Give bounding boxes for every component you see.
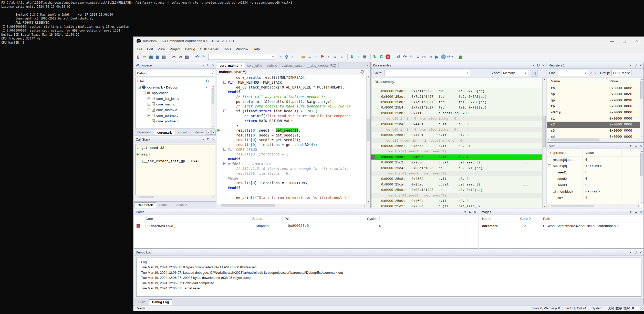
- files-scrollbar[interactable]: ▲ ▼: [211, 85, 215, 129]
- panel-close-icon[interactable]: ✕: [212, 138, 214, 141]
- search-icon[interactable]: ⚲: [283, 54, 290, 60]
- search-forward-icon[interactable]: ›: [290, 54, 296, 60]
- disassembly-instruction[interactable]: 0x8000'25b4:0x7a81'3c27fsdfs0, 0x7B8(sp): [371, 105, 543, 110]
- disassembly-instruction[interactable]: 0x8000'25ba:0x4401c.lis0, 0: [371, 121, 543, 127]
- open-file-icon[interactable]: ▭: [141, 54, 148, 60]
- message-tab-debug-log[interactable]: Debug Log: [149, 299, 172, 305]
- menu-help[interactable]: Help: [250, 46, 262, 52]
- core-row[interactable]: 0: RV32IMAFDC(0) Stopped 0x800025c0 4: [134, 222, 478, 229]
- panel-menu-icon[interactable]: ▼: [532, 64, 535, 67]
- find-next-icon[interactable]: ›: [593, 71, 597, 75]
- call-stack-frame[interactable]: ↴get_seed_32: [136, 144, 215, 151]
- panel-pin-icon[interactable]: [469, 211, 471, 214]
- close-button[interactable]: ✕: [635, 39, 638, 43]
- editor-tab-stubs-c[interactable]: stubs.c: [264, 63, 279, 68]
- panel-menu-icon[interactable]: ▼: [629, 251, 632, 254]
- register-row-s0-fp[interactable]: s0/fp0x0000'0000: [547, 110, 640, 116]
- step-into-icon[interactable]: ↳: [414, 54, 421, 60]
- disassembly-instruction[interactable]: 0x8000'25b0:0x7a91'3827fsdfs1, 0x7B0(sp): [371, 100, 543, 105]
- expander-icon[interactable]: +: [148, 103, 150, 106]
- stack-tab-call-stack[interactable]: Call Stack: [134, 202, 156, 208]
- disassembly-listing[interactable]: 0x8000'25a8:0x7e11'2623swra, 0x7EC(sp)0x…: [371, 89, 543, 208]
- auto-row-seed3[interactable]: seed30: [547, 182, 640, 188]
- maximize-button[interactable]: ▢: [622, 39, 626, 43]
- minimize-button[interactable]: —: [610, 39, 614, 43]
- registers-vscrollbar[interactable]: ▲ ▼: [640, 77, 643, 138]
- disassembly-instruction[interactable]: 0x8000'25c8:0x4509c.lia0, 2: [371, 176, 543, 182]
- close-tab-icon[interactable]: ✕: [240, 64, 242, 67]
- auto-hscrollbar[interactable]: ◂ ▸: [547, 204, 640, 208]
- ime-indicator[interactable]: 改写: [624, 306, 630, 311]
- disassembly-instruction[interactable]: 0x8000'25ca:0x25adc.jalget_seed_32...: [371, 182, 543, 187]
- debug-log-content[interactable]: Log Tue Mar 19, 2024 12:06:06: 0 bytes d…: [136, 258, 641, 297]
- auto-table[interactable]: Expression Value results[0].se...0−resul…: [547, 149, 640, 201]
- panel-pin-icon[interactable]: [635, 251, 637, 254]
- menu-tools[interactable]: Tools: [221, 46, 234, 52]
- call-stack-hscrollbar[interactable]: ◂ ▸: [136, 195, 215, 199]
- group-combo[interactable]: CPU Registers: [611, 70, 631, 76]
- panel-menu-icon[interactable]: ▼: [629, 144, 632, 147]
- search-back-icon[interactable]: ‹: [277, 54, 283, 60]
- undo-icon[interactable]: ↶: [194, 54, 200, 60]
- download-icon[interactable]: ⇓: [349, 54, 355, 60]
- auto-row-seed2[interactable]: seed20: [547, 175, 640, 182]
- panel-menu-icon[interactable]: ▼: [202, 64, 204, 67]
- tree-item-core-list-join-c[interactable]: +ccore_list_join.c: [136, 96, 215, 101]
- auto-vscrollbar[interactable]: ▲ ▼: [640, 149, 643, 204]
- disassembly-instruction[interactable]: 0x8000'25b8:0x7119c.addi16sp-0x80: [371, 111, 543, 116]
- toggle-breakpoint-icon[interactable]: ⚑: [319, 54, 326, 60]
- auto-row-results-0-se[interactable]: results[0].se...0: [547, 156, 640, 163]
- editor-hscrollbar[interactable]: ◂ ▸: [217, 204, 370, 208]
- auto-row-results-0[interactable]: −results[0]<struct>: [547, 163, 640, 169]
- panel-close-icon[interactable]: ✕: [542, 64, 545, 67]
- print-icon[interactable]: ▤: [161, 54, 167, 60]
- auto-row-size[interactable]: size0: [547, 195, 640, 201]
- disassembly-instruction[interactable]: 0x8000'25c2:0x2d8dc.jalget_seed_32...: [371, 160, 543, 165]
- prev-breakpoint-icon[interactable]: ‹: [313, 54, 319, 60]
- panel-close-icon[interactable]: ✕: [639, 210, 642, 214]
- workspace-tab-cpuinfo[interactable]: cpuinfo: [175, 130, 192, 135]
- stop-debug-icon[interactable]: ↵▼: [447, 54, 453, 60]
- tab-scroll-right[interactable]: ▸: [211, 130, 216, 135]
- image-row[interactable]: coremark ✓ C:\Work\Scratch\2023\iar\nucl…: [479, 222, 643, 229]
- disassembly-instruction[interactable]: 0x8000'25be:0x5cfdc.lis9, -1: [371, 143, 543, 149]
- panel-menu-icon[interactable]: ▼: [629, 211, 632, 213]
- next-statement-icon[interactable]: ↦: [421, 54, 427, 60]
- panel-pin-icon[interactable]: [635, 144, 637, 148]
- search-combo[interactable]: ▼: [208, 54, 275, 60]
- ime-indicator[interactable]: 大写: [608, 306, 614, 311]
- tree-item-core-portme-c[interactable]: +ccore_portme.c: [136, 113, 215, 118]
- editor-tab-core-main-c[interactable]: core_main.c✕: [217, 63, 245, 68]
- menu-debug[interactable]: Debug: [183, 46, 198, 52]
- panel-pin-icon[interactable]: [207, 138, 209, 141]
- message-tab-build[interactable]: Build: [135, 300, 149, 305]
- panel-close-icon[interactable]: ✕: [639, 64, 642, 67]
- tree-item-core-matrix-c[interactable]: +ccore_matrix.c: [136, 107, 215, 113]
- reset-icon[interactable]: ↻: [372, 54, 378, 60]
- fold-collapse-icon[interactable]: −: [223, 148, 226, 151]
- panel-close-icon[interactable]: ✕: [639, 144, 642, 148]
- register-row-ra[interactable]: ra0x8000'005e: [547, 85, 640, 91]
- configuration-select[interactable]: Debug ▼: [136, 70, 215, 76]
- expander-icon[interactable]: +: [148, 114, 150, 117]
- run-to-cursor-icon[interactable]: ⇥: [427, 54, 434, 60]
- registers-table[interactable]: Name Value ra0x8000'005esp0x9000'08c0gp0…: [547, 77, 640, 138]
- fold-collapse-icon[interactable]: −: [223, 81, 226, 84]
- code-area[interactable]: core_results results[MULTITHREAD];−#if (…: [217, 75, 366, 204]
- disassembly-instruction[interactable]: 0x8000'25c0:0x4505c.lia0, 1: [371, 154, 543, 160]
- editor-tab-core-util-c[interactable]: core_util.c: [245, 63, 264, 68]
- expander-icon[interactable]: +: [148, 109, 150, 111]
- break-icon[interactable]: [441, 54, 446, 59]
- expander-icon[interactable]: −: [548, 164, 551, 167]
- register-row-s1[interactable]: s10x0000'0000: [547, 115, 640, 122]
- panel-close-icon[interactable]: ✕: [474, 210, 476, 214]
- panel-menu-icon[interactable]: ▼: [464, 211, 466, 213]
- copy-icon[interactable]: ▱: [177, 54, 184, 60]
- fold-collapse-icon[interactable]: −: [223, 110, 226, 112]
- tab-scroll-left[interactable]: ◂: [206, 130, 211, 135]
- menu-view[interactable]: View: [155, 46, 167, 52]
- step-over-icon[interactable]: ↷: [402, 54, 408, 60]
- find-combo[interactable]: ▼: [558, 70, 588, 76]
- disassembly-instruction[interactable]: 0x8000'25cc:0x00a1'1923sha0, 0x12(sp): [371, 187, 543, 193]
- download-debug-icon[interactable]: ↓: [355, 54, 361, 60]
